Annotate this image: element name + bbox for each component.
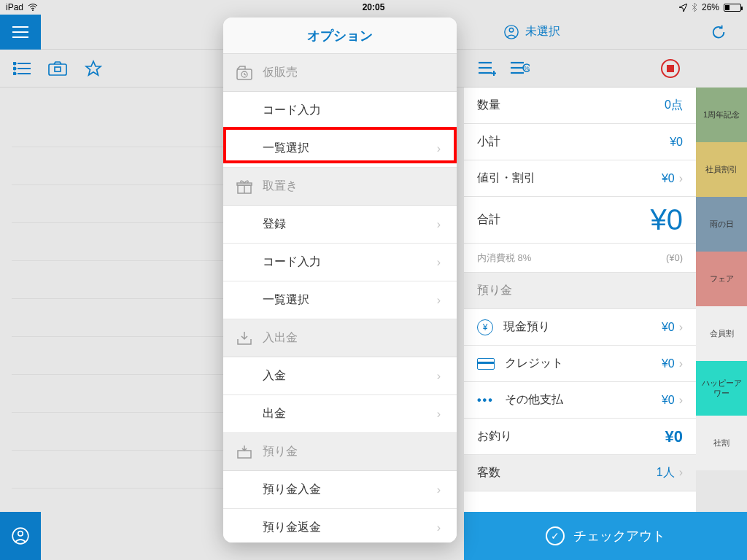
add-lines-icon[interactable] (479, 61, 496, 76)
svg-rect-9 (49, 64, 66, 75)
battery-icon (724, 4, 741, 12)
provisional-code-input[interactable]: コード入力 (223, 92, 457, 130)
change-label: お釣り (477, 429, 512, 444)
provisional-list-select[interactable]: 一覧選択› (223, 130, 457, 168)
row-other[interactable]: ••• その他支払 ¥0 › (464, 382, 696, 419)
checkout-label: チェックアウト (573, 527, 665, 545)
row-change: お釣り ¥0 (464, 419, 696, 455)
chevron-right-icon: › (437, 521, 441, 534)
cat-4[interactable]: 会員割 (696, 306, 747, 361)
subtotal-value: ¥0 (670, 136, 683, 149)
gift-icon (236, 179, 252, 194)
cash-out[interactable]: 出金› (223, 395, 457, 433)
cat-1[interactable]: 社員割引 (696, 142, 747, 197)
svg-text:%: % (524, 65, 529, 71)
other-label: その他支払 (505, 392, 662, 408)
guests-value: 1人 (657, 466, 675, 478)
cat-6[interactable]: 社割 (696, 416, 747, 470)
chevron-right-icon: › (679, 466, 683, 478)
inbox-icon (236, 332, 252, 345)
tax-label: 内消費税 8% (477, 252, 531, 265)
person-circle-icon (503, 24, 519, 40)
hold-register[interactable]: 登録› (223, 206, 457, 244)
qty-value: 0点 (665, 98, 683, 113)
hold-code-input[interactable]: コード入力› (223, 244, 457, 281)
cat-0[interactable]: 1周年記念 (696, 88, 747, 142)
row-credit[interactable]: クレジット ¥0 › (464, 346, 696, 382)
cat-5[interactable]: ハッピーアワー (696, 361, 747, 416)
cat-2[interactable]: 雨の日 (696, 197, 747, 252)
hold-list-select[interactable]: 一覧選択› (223, 281, 457, 319)
svg-point-6 (14, 62, 16, 64)
filter-lines-icon[interactable]: % (511, 61, 530, 76)
star-icon[interactable] (85, 60, 102, 77)
list-icon[interactable] (13, 62, 31, 75)
credit-value: ¥0 (662, 357, 675, 370)
discount-value: ¥0 (662, 172, 675, 184)
checkout-button[interactable]: ✓ チェックアウト (464, 512, 747, 560)
svg-rect-28 (238, 451, 251, 458)
subtotal-label: 小計 (477, 134, 500, 149)
row-cash[interactable]: ¥ 現金預り ¥0 › (464, 309, 696, 346)
guests-label: 客数 (477, 465, 500, 481)
row-qty: 数量 0点 (464, 88, 696, 124)
svg-point-0 (32, 9, 34, 11)
row-total: 合計 ¥0 (464, 197, 696, 244)
chevron-right-icon: › (679, 394, 683, 407)
dots-icon: ••• (477, 394, 495, 407)
folder-clock-icon (236, 66, 252, 80)
bluetooth-icon (692, 3, 697, 12)
record-button[interactable] (661, 59, 680, 78)
cash-label: 現金預り (503, 319, 662, 335)
refresh-button[interactable] (711, 24, 727, 40)
qty-label: 数量 (477, 98, 500, 113)
deposit-header: 預り金 (464, 273, 696, 309)
row-guests[interactable]: 客数 1人› (464, 455, 696, 491)
person-circle-icon (11, 526, 30, 545)
chevron-right-icon: › (679, 321, 683, 334)
user-button[interactable] (0, 512, 41, 560)
deposit-in[interactable]: 預り金入金› (223, 471, 457, 509)
chevron-right-icon: › (437, 483, 441, 497)
tax-value: (¥0) (666, 252, 683, 263)
chevron-right-icon: › (679, 172, 683, 184)
refresh-icon (711, 24, 727, 40)
location-icon (679, 4, 687, 12)
camera-icon[interactable] (48, 61, 67, 76)
member-selector[interactable]: 未選択 (503, 24, 560, 40)
chevron-right-icon: › (437, 408, 441, 421)
status-bar: iPad 20:05 26% (0, 0, 747, 15)
other-value: ¥0 (662, 394, 675, 407)
card-icon (477, 358, 495, 370)
hamburger-icon (12, 26, 28, 38)
right-toolbar: % (464, 50, 696, 88)
credit-label: クレジット (505, 356, 662, 371)
member-label: 未選択 (525, 24, 560, 39)
wifi-icon (28, 4, 38, 11)
row-discount[interactable]: 値引・割引 ¥0› (464, 160, 696, 197)
cash-in[interactable]: 入金› (223, 357, 457, 395)
section-cashio: 入出金 (223, 319, 457, 357)
category-tabs: 1周年記念 社員割引 雨の日 フェア 会員割 ハッピーアワー 社割 (696, 88, 747, 512)
row-subtotal: 小計 ¥0 (464, 124, 696, 160)
chevron-right-icon: › (437, 370, 441, 383)
total-value: ¥0 (651, 203, 684, 236)
chevron-right-icon: › (437, 256, 441, 269)
total-label: 合計 (477, 212, 500, 228)
chevron-right-icon: › (437, 218, 441, 231)
section-deposit: 預り金 (223, 433, 457, 471)
chevron-right-icon: › (437, 294, 441, 307)
deposit-refund[interactable]: 預り金返金› (223, 509, 457, 542)
change-value: ¥0 (665, 427, 683, 446)
svg-rect-27 (237, 183, 252, 185)
chevron-right-icon: › (679, 357, 683, 370)
popover-title: オプション (223, 18, 457, 54)
svg-point-22 (18, 532, 23, 537)
cat-3[interactable]: フェア (696, 252, 747, 306)
menu-button[interactable] (0, 15, 41, 50)
svg-point-8 (14, 72, 16, 74)
discount-label: 値引・割引 (477, 171, 535, 186)
summary-panel: 数量 0点 小計 ¥0 値引・割引 ¥0› 合計 ¥0 内消費税 8% (¥0)… (464, 88, 696, 512)
check-circle-icon: ✓ (546, 526, 565, 545)
options-popover: オプション 仮販売 コード入力 一覧選択› 取置き 登録› コード入力› 一覧選… (223, 18, 457, 542)
